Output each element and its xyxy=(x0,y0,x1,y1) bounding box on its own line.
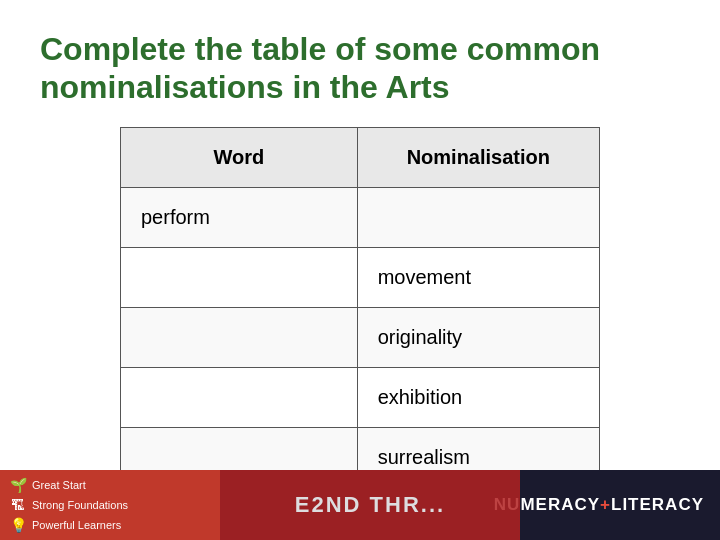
footer-item-1: 🌱 Great Start xyxy=(10,477,210,493)
cell-word-4 xyxy=(121,367,358,427)
brand-logo: NUMERACY+LITERACY xyxy=(494,495,704,515)
brand-literacy: LITERACY xyxy=(611,495,704,514)
seedling-icon: 🌱 xyxy=(10,477,26,493)
footer-center-text: E2ND THR... xyxy=(220,470,520,540)
nominalisations-table: Word Nominalisation perform movement ori… xyxy=(120,127,600,488)
table-row: originality xyxy=(121,307,600,367)
cell-word-3 xyxy=(121,307,358,367)
title-line2: nominalisations in the Arts xyxy=(40,69,450,105)
foundation-icon: 🏗 xyxy=(10,497,26,513)
table-header-row: Word Nominalisation xyxy=(121,127,600,187)
table-wrapper: Word Nominalisation perform movement ori… xyxy=(40,127,680,488)
footer-label-3: Powerful Learners xyxy=(32,519,121,531)
footer-right-panel: NUMERACY+LITERACY xyxy=(520,470,720,540)
page-title: Complete the table of some common nomina… xyxy=(40,30,680,107)
footer: 🌱 Great Start 🏗 Strong Foundations 💡 Pow… xyxy=(0,470,720,540)
table-row: perform xyxy=(121,187,600,247)
footer-item-3: 💡 Powerful Learners xyxy=(10,517,210,533)
lightbulb-icon: 💡 xyxy=(10,517,26,533)
cell-nom-4: exhibition xyxy=(357,367,599,427)
main-content: Complete the table of some common nomina… xyxy=(0,0,720,508)
cell-nom-3: originality xyxy=(357,307,599,367)
footer-left-panel: 🌱 Great Start 🏗 Strong Foundations 💡 Pow… xyxy=(0,470,220,540)
header-word: Word xyxy=(121,127,358,187)
footer-item-2: 🏗 Strong Foundations xyxy=(10,497,210,513)
title-line1: Complete the table of some common xyxy=(40,31,600,67)
cell-nom-1 xyxy=(357,187,599,247)
header-nominalisation: Nominalisation xyxy=(357,127,599,187)
cell-word-2 xyxy=(121,247,358,307)
cell-word-1: perform xyxy=(121,187,358,247)
cell-nom-2: movement xyxy=(357,247,599,307)
table-row: movement xyxy=(121,247,600,307)
table-row: exhibition xyxy=(121,367,600,427)
footer-label-1: Great Start xyxy=(32,479,86,491)
footer-label-2: Strong Foundations xyxy=(32,499,128,511)
brand-plus: + xyxy=(600,495,611,514)
